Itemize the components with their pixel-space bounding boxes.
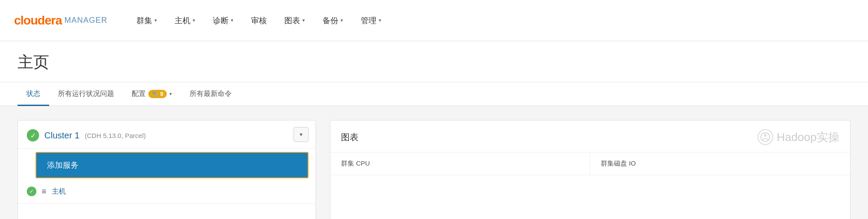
cluster-header: ✓ Cluster 1 (CDH 5.13.0, Parcel) ▾ bbox=[18, 120, 316, 149]
nav-chevron-management: ▾ bbox=[379, 18, 381, 23]
wrench-icon: 🔧 bbox=[152, 91, 159, 97]
chart-cpu-title: 群集 CPU bbox=[341, 159, 579, 168]
chevron-down-icon: ▾ bbox=[300, 131, 302, 138]
hadoop-watermark: Hadoop实操 bbox=[757, 129, 839, 145]
nav-label-diagnostics: 诊断 bbox=[213, 15, 229, 26]
chart-cell-disk-io: 群集磁盘 IO bbox=[590, 152, 850, 175]
tab-status[interactable]: 状态 bbox=[18, 82, 49, 106]
add-service-label: 添加服务 bbox=[47, 161, 79, 170]
tab-recent-commands-label: 所有最新命令 bbox=[190, 89, 232, 99]
charts-header: 图表 Hadoop实操 bbox=[330, 120, 850, 152]
charts-panel: 图表 Hadoop实操 群集 CPU 群集磁盘 IO bbox=[330, 120, 850, 219]
nav-item-charts[interactable]: 图表 ▾ bbox=[276, 0, 313, 41]
tab-config-chevron: ▾ bbox=[169, 91, 172, 97]
nav-item-backup[interactable]: 备份 ▾ bbox=[315, 0, 351, 41]
cluster-dropdown-menu: 添加服务 bbox=[36, 152, 308, 178]
cluster-status-icon: ✓ bbox=[27, 129, 39, 141]
nav-label-management: 管理 bbox=[361, 15, 377, 26]
nav-chevron-charts: ▾ bbox=[302, 18, 305, 23]
nav-label-audit: 审核 bbox=[251, 15, 267, 26]
logo-cloudera: cloudera bbox=[14, 14, 62, 28]
tab-bar: 状态 所有运行状况问题 配置 🔧 9 ▾ 所有最新命令 bbox=[0, 82, 868, 106]
svg-point-1 bbox=[764, 134, 767, 137]
cluster-card: ✓ Cluster 1 (CDH 5.13.0, Parcel) ▾ 添加服务 … bbox=[18, 120, 316, 219]
cluster-dropdown-button[interactable]: ▾ bbox=[294, 127, 308, 142]
tab-health-issues-label: 所有运行状况问题 bbox=[58, 89, 114, 99]
tab-config-badge-count: 9 bbox=[160, 91, 163, 97]
nav-label-hosts: 主机 bbox=[175, 15, 190, 26]
tab-config-label: 配置 bbox=[132, 89, 146, 99]
tab-config[interactable]: 配置 🔧 9 ▾ bbox=[123, 82, 181, 106]
logo-area: cloudera MANAGER bbox=[14, 14, 108, 28]
cluster-name[interactable]: Cluster 1 bbox=[44, 131, 79, 141]
tab-health-issues[interactable]: 所有运行状况问题 bbox=[49, 82, 123, 106]
charts-grid: 群集 CPU 群集磁盘 IO bbox=[330, 152, 850, 175]
nav-item-clusters[interactable]: 群集 ▾ bbox=[129, 0, 165, 41]
charts-title: 图表 bbox=[341, 131, 359, 143]
nav-items: 群集 ▾ 主机 ▾ 诊断 ▾ 审核 图表 ▾ 备份 ▾ 管理 ▾ bbox=[129, 0, 854, 41]
tab-status-label: 状态 bbox=[26, 89, 40, 99]
nav-item-hosts[interactable]: 主机 ▾ bbox=[167, 0, 203, 41]
tab-config-badge: 🔧 9 bbox=[148, 90, 167, 98]
list-icon: ≡ bbox=[42, 187, 47, 196]
nav-label-backup: 备份 bbox=[323, 15, 338, 26]
host-status-icon: ✓ bbox=[27, 187, 36, 196]
host-row: ✓ ≡ 主机 bbox=[18, 180, 316, 204]
hadoop-text: Hadoop实操 bbox=[777, 130, 839, 145]
nav-chevron-backup: ▾ bbox=[341, 18, 343, 23]
nav-item-diagnostics[interactable]: 诊断 ▾ bbox=[205, 0, 241, 41]
nav-item-management[interactable]: 管理 ▾ bbox=[353, 0, 389, 41]
host-label[interactable]: 主机 bbox=[52, 187, 66, 196]
main-content: ✓ Cluster 1 (CDH 5.13.0, Parcel) ▾ 添加服务 … bbox=[0, 106, 868, 219]
page-title: 主页 bbox=[18, 52, 850, 73]
hadoop-svg-icon bbox=[760, 132, 771, 142]
nav-item-audit[interactable]: 审核 bbox=[243, 0, 275, 41]
logo-manager: MANAGER bbox=[65, 16, 108, 25]
nav-label-clusters: 群集 bbox=[136, 15, 152, 26]
nav-chevron-diagnostics: ▾ bbox=[231, 18, 233, 23]
add-service-menu-item[interactable]: 添加服务 bbox=[36, 152, 308, 178]
nav-chevron-hosts: ▾ bbox=[193, 18, 195, 23]
tab-recent-commands[interactable]: 所有最新命令 bbox=[181, 82, 240, 106]
nav-label-charts: 图表 bbox=[284, 15, 300, 26]
top-nav: cloudera MANAGER 群集 ▾ 主机 ▾ 诊断 ▾ 审核 图表 ▾ … bbox=[0, 0, 868, 41]
chart-cell-cpu: 群集 CPU bbox=[330, 152, 590, 175]
page-title-area: 主页 bbox=[0, 41, 868, 82]
cluster-version: (CDH 5.13.0, Parcel) bbox=[85, 132, 146, 139]
hadoop-logo-icon bbox=[757, 129, 773, 145]
nav-chevron-clusters: ▾ bbox=[154, 18, 157, 23]
chart-disk-io-title: 群集磁盘 IO bbox=[601, 159, 839, 168]
